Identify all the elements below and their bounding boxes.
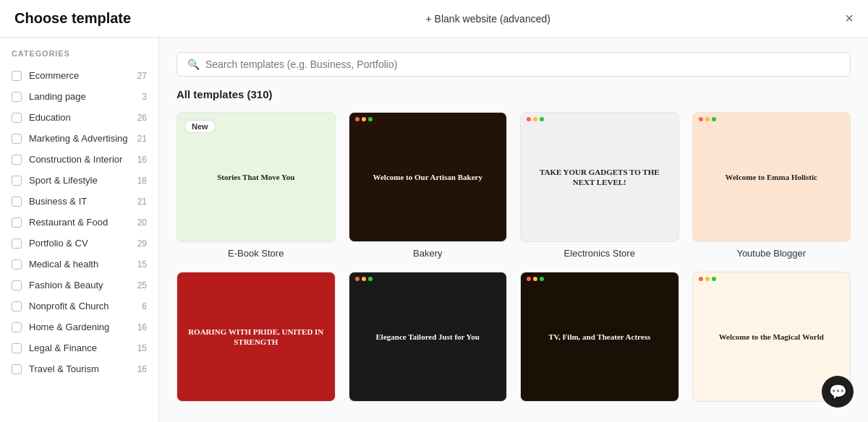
category-count: 27 [137, 71, 147, 81]
template-label: Bakery [349, 248, 508, 259]
sidebar-item[interactable]: Restaurant & Food 20 [0, 212, 158, 233]
category-checkbox[interactable] [12, 322, 22, 332]
template-card[interactable]: TAKE YOUR GADGETS TO THE NEXT LEVEL! Ele… [520, 112, 679, 259]
search-bar: 🔍 [176, 52, 851, 77]
category-checkbox[interactable] [12, 71, 22, 81]
category-checkbox[interactable] [12, 280, 22, 290]
category-name: Ecommerce [29, 70, 137, 81]
category-count: 21 [137, 197, 147, 207]
template-label: E-Book Store [176, 248, 336, 259]
category-checkbox[interactable] [12, 364, 22, 374]
category-name: Restaurant & Food [29, 217, 137, 228]
category-count: 3 [142, 92, 147, 102]
thumb-headline: TAKE YOUR GADGETS TO THE NEXT LEVEL! [528, 167, 671, 188]
category-name: Business & IT [29, 196, 137, 207]
sidebar-item[interactable]: Construction & Interior 16 [0, 149, 158, 170]
category-checkbox[interactable] [12, 134, 22, 144]
category-count: 6 [142, 301, 147, 311]
category-name: Marketing & Advertising [29, 133, 137, 144]
template-card[interactable]: TV, Film, and Theater Actress [520, 272, 679, 402]
template-thumbnail: Elegance Tailored Just for You [349, 272, 508, 402]
template-card[interactable]: Welcome to Emma Holistic Youtube Blogger [692, 112, 851, 259]
modal-header: Choose template + Blank website (advance… [0, 0, 868, 38]
search-icon: 🔍 [187, 59, 200, 70]
sidebar-item[interactable]: Fashion & Beauty 25 [0, 275, 158, 296]
category-checkbox[interactable] [12, 259, 22, 270]
template-card[interactable]: ROARING WITH PRIDE, UNITED IN STRENGTH [176, 272, 336, 402]
category-count: 25 [137, 280, 147, 290]
category-name: Home & Gardening [29, 322, 137, 332]
category-name: Travel & Tourism [29, 363, 137, 374]
template-thumbnail: Welcome to Emma Holistic [692, 112, 851, 242]
category-name: Legal & Finance [29, 343, 137, 353]
sidebar-item[interactable]: Nonprofit & Church 6 [0, 296, 158, 316]
category-name: Landing page [29, 91, 142, 102]
thumb-headline: TV, Film, and Theater Actress [548, 332, 650, 342]
sidebar-item[interactable]: Sport & Lifestyle 18 [0, 170, 158, 191]
thumb-content: Welcome to Our Artisan Bakery [349, 113, 507, 241]
category-checkbox[interactable] [12, 176, 22, 186]
sidebar-item[interactable]: Marketing & Advertising 21 [0, 128, 158, 149]
template-card[interactable]: Welcome to Our Artisan Bakery Bakery [349, 112, 508, 259]
search-bar-wrap: 🔍 [176, 52, 851, 77]
thumb-headline: ROARING WITH PRIDE, UNITED IN STRENGTH [184, 327, 328, 348]
template-thumbnail: Welcome to Our Artisan Bakery [349, 112, 508, 242]
window-dots [355, 117, 373, 121]
window-dots [355, 277, 373, 281]
chat-icon: 💬 [829, 383, 847, 400]
category-count: 29 [137, 238, 147, 249]
thumb-content: Elegance Tailored Just for You [349, 272, 507, 401]
category-name: Portfolio & CV [29, 238, 137, 249]
template-card[interactable]: New Stories That Move You E-Book Store [176, 112, 336, 259]
sidebar-item[interactable]: Home & Gardening 16 [0, 316, 158, 337]
category-checkbox[interactable] [12, 155, 22, 165]
sidebar-item[interactable]: Landing page 3 [0, 86, 158, 107]
category-checkbox[interactable] [12, 92, 22, 102]
category-count: 18 [137, 176, 147, 186]
window-dots [699, 117, 716, 121]
choose-template-modal: Choose template + Blank website (advance… [0, 0, 868, 422]
close-button[interactable]: × [845, 10, 854, 27]
thumb-content: TAKE YOUR GADGETS TO THE NEXT LEVEL! [521, 113, 678, 241]
category-name: Education [29, 112, 137, 123]
thumb-headline: Stories That Move You [217, 172, 294, 182]
thumb-headline: Welcome to the Magical World [719, 332, 824, 342]
category-count: 21 [137, 134, 147, 144]
category-count: 15 [137, 343, 147, 353]
main-content: 🔍 All templates (310) New Stories That M… [159, 38, 868, 422]
window-dots [699, 277, 716, 281]
sidebar-item[interactable]: Ecommerce 27 [0, 65, 158, 86]
category-name: Nonprofit & Church [29, 301, 142, 311]
template-card[interactable]: Elegance Tailored Just for You [349, 272, 508, 402]
templates-grid: New Stories That Move You E-Book Store W… [176, 112, 851, 402]
category-checkbox[interactable] [12, 238, 22, 249]
chat-bubble[interactable]: 💬 [822, 376, 854, 408]
template-thumbnail: TAKE YOUR GADGETS TO THE NEXT LEVEL! [520, 112, 679, 242]
sidebar: CATEGORIES Ecommerce 27 Landing page 3 E… [0, 38, 159, 422]
category-checkbox[interactable] [12, 113, 22, 123]
blank-website-button[interactable]: + Blank website (advanced) [426, 13, 550, 25]
sidebar-item[interactable]: Education 26 [0, 107, 158, 128]
sidebar-item[interactable]: Legal & Finance 15 [0, 337, 158, 358]
category-name: Medical & health [29, 259, 137, 270]
sidebar-item[interactable]: Travel & Tourism 16 [0, 358, 158, 379]
category-count: 16 [137, 322, 147, 332]
thumb-headline: Welcome to Our Artisan Bakery [373, 172, 482, 182]
thumb-headline: Elegance Tailored Just for You [376, 332, 480, 342]
sidebar-item[interactable]: Medical & health 15 [0, 254, 158, 275]
category-count: 15 [137, 259, 147, 270]
category-checkbox[interactable] [12, 218, 22, 228]
thumb-content: ROARING WITH PRIDE, UNITED IN STRENGTH [177, 272, 335, 401]
template-label: Electronics Store [520, 248, 679, 259]
category-checkbox[interactable] [12, 301, 22, 311]
sidebar-item[interactable]: Portfolio & CV 29 [0, 233, 158, 254]
category-checkbox[interactable] [12, 197, 22, 207]
category-name: Construction & Interior [29, 154, 137, 165]
thumb-content: Welcome to Emma Holistic [693, 113, 851, 241]
new-badge: New [184, 120, 216, 133]
search-input[interactable] [205, 59, 840, 70]
window-dots [527, 117, 544, 121]
sidebar-item[interactable]: Business & IT 21 [0, 191, 158, 212]
category-name: Fashion & Beauty [29, 280, 137, 290]
category-checkbox[interactable] [12, 343, 22, 353]
